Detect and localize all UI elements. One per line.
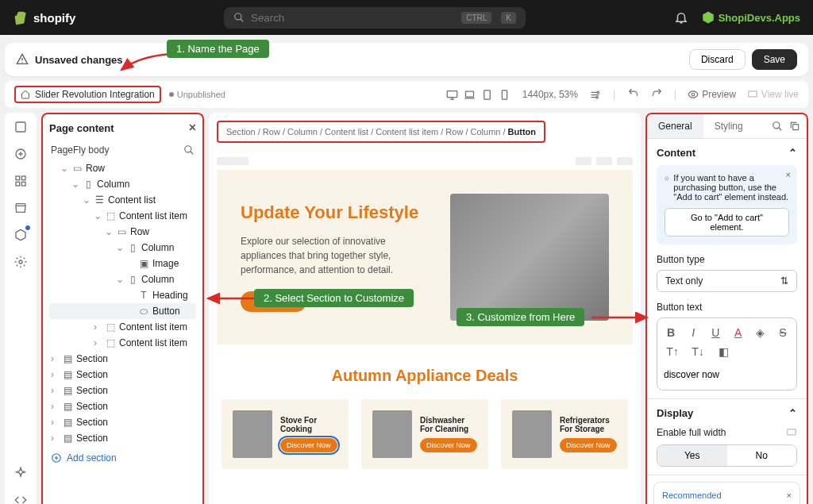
- info-callout: × If you want to have a purchasing butto…: [657, 165, 797, 244]
- close-icon[interactable]: ×: [786, 170, 791, 179]
- copy-icon[interactable]: [789, 121, 800, 132]
- discover-button[interactable]: Discover Now: [280, 438, 337, 452]
- svg-rect-3: [466, 91, 474, 97]
- preview-button[interactable]: Preview: [688, 89, 736, 100]
- full-width-label: Enable full width: [657, 427, 726, 438]
- rail-layout-icon[interactable]: [13, 119, 29, 135]
- global-search[interactable]: CTRL K: [224, 7, 526, 29]
- tab-styling[interactable]: Styling: [703, 114, 754, 138]
- italic-icon[interactable]: I: [686, 326, 700, 339]
- view-live-button: View live: [747, 89, 799, 100]
- desktop-icon[interactable]: [446, 88, 459, 101]
- bell-icon[interactable]: [674, 10, 688, 25]
- rail-code-icon[interactable]: [13, 492, 29, 504]
- underline-icon[interactable]: U: [708, 326, 722, 339]
- tree-content-list-item[interactable]: ›⬚Content list item: [49, 319, 196, 335]
- goto-addtocart-button[interactable]: Go to "Add to cart" element.: [665, 208, 789, 237]
- rail-archive-icon[interactable]: [13, 200, 29, 216]
- tablet-icon[interactable]: [481, 88, 494, 101]
- search-icon[interactable]: [183, 144, 195, 156]
- bold-icon[interactable]: B: [664, 326, 678, 339]
- uppercase-icon[interactable]: T↑: [664, 345, 681, 358]
- tree-image[interactable]: ▣Image: [49, 256, 196, 271]
- tab-general[interactable]: General: [647, 114, 703, 138]
- rail-sparkle-icon[interactable]: [13, 465, 29, 481]
- no-option[interactable]: No: [727, 445, 797, 466]
- text-color-icon[interactable]: A: [731, 326, 746, 339]
- lowercase-icon[interactable]: T↓: [689, 345, 707, 358]
- settings-icon[interactable]: [589, 88, 602, 101]
- full-width-toggle[interactable]: Yes No: [657, 444, 797, 467]
- discover-button[interactable]: Discover Now: [560, 438, 617, 452]
- card-image: [512, 410, 552, 458]
- clear-format-icon[interactable]: ◧: [715, 345, 732, 358]
- callout-3: 3. Customize from Here: [457, 308, 584, 326]
- svg-point-16: [19, 260, 22, 264]
- info-icon: [665, 173, 669, 184]
- tree-column[interactable]: ⌄▯Column: [49, 240, 196, 256]
- strike-icon[interactable]: S: [776, 326, 790, 339]
- discover-button[interactable]: Discover Now: [420, 438, 477, 452]
- button-type-select[interactable]: Text only⇅: [657, 270, 797, 292]
- close-icon[interactable]: ×: [787, 491, 792, 500]
- deal-card-2[interactable]: DishwasherFor CleaningDiscover Now: [361, 399, 488, 469]
- tree-section[interactable]: ›▤Section: [49, 351, 196, 367]
- page-name-field[interactable]: Slider Revolution Integration: [14, 86, 161, 103]
- breadcrumb[interactable]: Section / Row / Column / Content list / …: [217, 121, 545, 143]
- search-icon[interactable]: [772, 121, 783, 132]
- display-section-header[interactable]: Display⌃: [657, 407, 797, 419]
- left-rail: [5, 113, 37, 504]
- tree-row[interactable]: ⌄▭Row: [49, 160, 196, 176]
- app-menu[interactable]: ShopiDevs.Apps: [701, 10, 800, 25]
- content-section-header[interactable]: Content⌃: [657, 147, 797, 159]
- kbd-ctrl: CTRL: [461, 12, 491, 24]
- tree-section[interactable]: ›▤Section: [49, 367, 196, 383]
- rail-package-icon[interactable]: [13, 227, 29, 243]
- search-input[interactable]: [251, 12, 452, 24]
- button-text-label: Button text: [657, 302, 797, 313]
- svg-point-18: [185, 146, 191, 152]
- deal-card-1[interactable]: Stove ForCookingDiscover Now: [222, 399, 349, 469]
- svg-line-1: [241, 19, 244, 22]
- device-override-icon[interactable]: [786, 427, 797, 438]
- discard-button[interactable]: Discard: [689, 49, 746, 70]
- rail-plus-icon[interactable]: [13, 146, 29, 162]
- svg-rect-4: [484, 90, 491, 98]
- tree-heading[interactable]: THeading: [49, 287, 196, 303]
- zoom-level[interactable]: 1440px, 53%: [522, 89, 578, 100]
- highlight-icon[interactable]: ◈: [753, 326, 768, 339]
- tree-row[interactable]: ⌄▭Row: [49, 224, 196, 240]
- svg-rect-12: [16, 176, 20, 180]
- deal-card-3[interactable]: RefrigeratorsFor StorageDiscover Now: [501, 399, 628, 469]
- redo-icon[interactable]: [650, 88, 663, 101]
- tree-content-list-item[interactable]: ›⬚Content list item: [49, 335, 196, 351]
- svg-point-23: [773, 122, 780, 129]
- page-toolbar: Slider Revolution Integration Unpublishe…: [5, 81, 808, 108]
- tree-content-list[interactable]: ⌄☰Content list: [49, 192, 196, 208]
- button-text-input[interactable]: [662, 364, 792, 385]
- mobile-icon[interactable]: [499, 88, 511, 101]
- tree-button-selected[interactable]: ⬭Button: [49, 303, 196, 319]
- card-image: [372, 410, 412, 458]
- home-icon: [21, 90, 30, 99]
- rail-gear-icon[interactable]: [13, 254, 29, 270]
- add-section-button[interactable]: Add section: [49, 446, 196, 470]
- tree-content-list-item[interactable]: ⌄⬚Content list item: [49, 208, 196, 224]
- laptop-icon[interactable]: [464, 88, 476, 101]
- close-icon[interactable]: ×: [189, 121, 196, 135]
- publish-status: Unpublished: [169, 90, 225, 99]
- tree-section[interactable]: ›▤Section: [49, 383, 196, 398]
- unsaved-title: Unsaved changes: [35, 54, 123, 66]
- tree-column[interactable]: ⌄▯Column: [49, 176, 196, 192]
- tree-section[interactable]: ›▤Section: [49, 398, 196, 414]
- warning-icon: [16, 53, 29, 66]
- tree-column[interactable]: ⌄▯Column: [49, 271, 196, 287]
- tree-section[interactable]: ›▤Section: [49, 414, 196, 430]
- svg-point-6: [597, 91, 599, 94]
- tree-section[interactable]: ›▤Section: [49, 430, 196, 446]
- topbar: shopify CTRL K ShopiDevs.Apps: [0, 0, 813, 35]
- rail-grid-icon[interactable]: [13, 173, 29, 189]
- yes-option[interactable]: Yes: [657, 445, 727, 466]
- undo-icon[interactable]: [626, 88, 639, 101]
- save-button[interactable]: Save: [752, 49, 797, 70]
